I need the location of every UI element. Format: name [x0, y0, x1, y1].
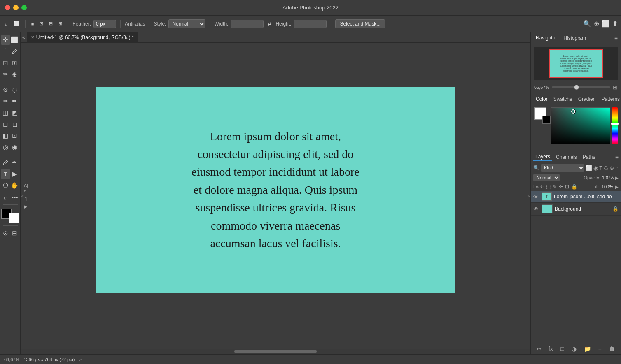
gradient-tab[interactable]: Gradien	[577, 95, 598, 103]
text-tool[interactable]: T	[1, 169, 10, 179]
adjustment-btn[interactable]: ◑	[572, 345, 577, 352]
gradient-tool[interactable]: ◧	[1, 130, 10, 141]
visibility-icon[interactable]: 👁	[533, 206, 540, 212]
layer-name: Background	[555, 206, 610, 212]
shape-tool[interactable]: ⬠	[1, 180, 10, 191]
paint-bucket[interactable]: ⊡	[10, 130, 19, 141]
zoom-tool[interactable]: ⌕	[1, 192, 10, 202]
close-button[interactable]	[5, 5, 10, 10]
hue-slider[interactable]	[612, 107, 618, 144]
left-collapse-strip[interactable]: «	[21, 191, 25, 201]
pen-tool[interactable]: 🖊	[1, 157, 10, 168]
add-fx-btn[interactable]: fx	[549, 345, 553, 352]
brush-tool[interactable]: ✏	[1, 96, 10, 107]
perspective-crop[interactable]: ⊞	[10, 58, 19, 68]
pencil-tool[interactable]: ✒	[10, 96, 19, 107]
minimize-button[interactable]	[13, 5, 19, 10]
copy3-button[interactable]: ⊞	[57, 20, 64, 27]
eraser-tool[interactable]: ◻	[1, 119, 10, 130]
more-tools[interactable]: •••	[10, 192, 19, 202]
layer-item[interactable]: 👁 Background 🔒	[531, 203, 621, 216]
select-and-mask-button[interactable]: Select and Mask...	[335, 19, 385, 28]
color-tab[interactable]: Color	[534, 95, 549, 103]
height-input[interactable]	[294, 20, 327, 28]
document-tab[interactable]: ✕ Untitled-1 @ 66,7% (Background, RGB/8#…	[27, 32, 138, 43]
link-layers-btn[interactable]: ∞	[537, 345, 541, 352]
zoom-slider-container[interactable]	[552, 86, 610, 88]
left-collapse-btn[interactable]: «	[21, 35, 27, 40]
swatche-tab[interactable]: Swatche	[552, 95, 574, 103]
sharpen-tool[interactable]: ◉	[10, 142, 19, 153]
pixel-layer-icon[interactable]: ⬜	[586, 165, 592, 171]
spot-heal-tool[interactable]: ⊗	[1, 84, 10, 95]
marquee-tool-option[interactable]: ⬜	[12, 20, 21, 27]
close-icon[interactable]: ✕	[31, 35, 34, 39]
lasso-tool[interactable]: ⌒	[1, 46, 10, 57]
square-icon[interactable]: ■	[30, 21, 36, 27]
canvas-scroll-area[interactable]: « » A| ¶ ꟻ ▶ Lorem ipsum dolor sit amet,…	[21, 43, 530, 349]
horizontal-scrollbar[interactable]	[21, 349, 530, 354]
layout-icon[interactable]: ⬜	[602, 20, 610, 28]
add-mask-btn[interactable]: □	[560, 345, 564, 352]
copy-button[interactable]: ⊡	[38, 20, 45, 27]
smart-obj-icon[interactable]: ⊕	[609, 165, 614, 171]
shape-layer-icon[interactable]: ⬠	[604, 165, 608, 171]
move-tool[interactable]: ✛	[1, 35, 10, 45]
lock-artboard-icon[interactable]: ⊡	[565, 184, 569, 190]
crop-tool[interactable]: ⊡	[1, 58, 10, 68]
text-layer-icon[interactable]: T	[599, 165, 602, 171]
style-select[interactable]: Normal	[168, 19, 205, 28]
bg-color-swatch[interactable]	[542, 116, 551, 124]
search-icon[interactable]: 🔍	[583, 20, 591, 28]
zoom-icon[interactable]: ⊕	[594, 20, 599, 28]
patterns-tab[interactable]: Patterns	[600, 95, 621, 103]
color-sampler[interactable]: ⊕	[10, 69, 19, 80]
maximize-button[interactable]	[21, 5, 27, 10]
quick-mask[interactable]: ⊙	[1, 228, 10, 239]
artboard-tool[interactable]: ⬜	[10, 35, 19, 45]
visibility-icon[interactable]: 👁	[533, 194, 540, 200]
home-button[interactable]: ⌂	[3, 21, 9, 27]
layer-item[interactable]: 👁 T Lorem ipsum ...elit, sed do	[531, 191, 621, 203]
feather-input[interactable]	[93, 20, 116, 28]
group-btn[interactable]: 📁	[584, 345, 591, 352]
heal-tool[interactable]: ◌	[10, 84, 19, 95]
color-gradient-picker[interactable]	[551, 107, 610, 144]
width-input[interactable]	[231, 20, 264, 28]
eyedropper-tool[interactable]: ✏	[1, 69, 10, 80]
pattern-stamp[interactable]: ◩	[10, 107, 19, 118]
share-icon[interactable]: ⬆	[612, 20, 618, 28]
opacity-value[interactable]: 100%	[602, 175, 614, 180]
path-select[interactable]: ▶	[10, 169, 19, 179]
delete-layer-btn[interactable]: 🗑	[609, 345, 615, 352]
freeform-pen[interactable]: ✒	[10, 157, 19, 168]
fill-value[interactable]: 100%	[602, 184, 613, 189]
polygonal-lasso[interactable]: 🖊	[10, 46, 19, 57]
right-collapse-strip[interactable]: »	[526, 191, 530, 201]
adjustment-layer-icon[interactable]: ◉	[593, 165, 598, 171]
paths-tab[interactable]: Paths	[581, 153, 598, 161]
blur-tool[interactable]: ◎	[1, 142, 10, 153]
channels-tab[interactable]: Channels	[554, 153, 579, 161]
new-layer-btn[interactable]: +	[598, 345, 602, 352]
lock-all-icon[interactable]: 🔒	[571, 184, 577, 190]
clone-stamp[interactable]: ◫	[1, 107, 10, 118]
blend-mode-select[interactable]: Normal	[533, 174, 560, 181]
lock-position-icon[interactable]: ✎	[553, 184, 557, 190]
background-color[interactable]	[9, 213, 19, 223]
navigator-tab[interactable]: Navigator	[534, 34, 558, 42]
copy2-button[interactable]: ⊟	[47, 20, 54, 27]
bg-eraser[interactable]: ◻	[10, 119, 19, 130]
lock-pixels-icon[interactable]: ⬚	[546, 184, 551, 190]
layers-tab[interactable]: Layers	[533, 153, 552, 161]
change-screen[interactable]: ⊟	[10, 228, 19, 239]
swap-width-height[interactable]: ⇄	[266, 20, 273, 27]
scrollbar-thumb[interactable]	[234, 350, 317, 353]
filter-toggle[interactable]: ○	[615, 165, 619, 171]
layers-menu-icon[interactable]: ≡	[615, 154, 619, 160]
histogram-tab[interactable]: Histogram	[562, 35, 588, 42]
panel-menu-icon[interactable]: ≡	[614, 35, 618, 42]
lock-move-icon[interactable]: ✛	[559, 184, 563, 190]
hand-tool[interactable]: ✋	[10, 180, 19, 191]
layer-kind-select[interactable]: Kind	[541, 164, 584, 172]
